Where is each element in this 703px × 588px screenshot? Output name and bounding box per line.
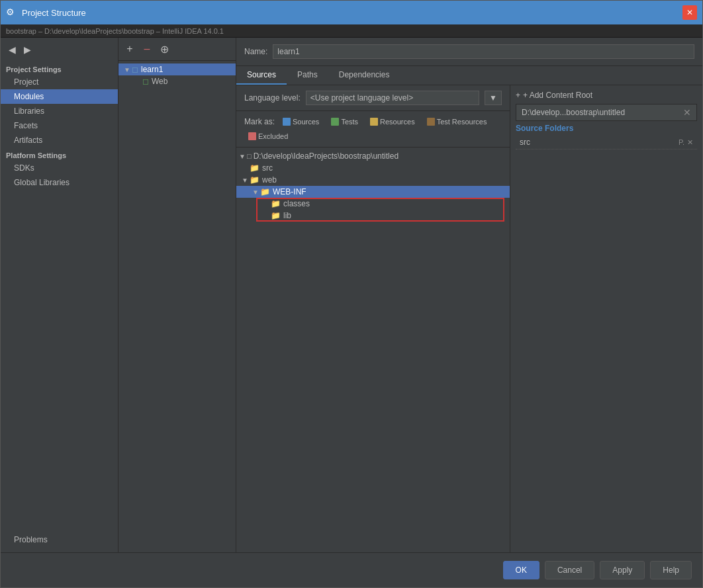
apply-label: Apply: [612, 566, 632, 575]
breadcrumb-text: bootstrap – D:\develop\IdeaProjects\boot…: [6, 27, 224, 35]
sidebar-item-artifacts[interactable]: Artifacts: [1, 133, 118, 147]
nav-back-button[interactable]: ◀: [6, 43, 19, 56]
help-button[interactable]: Help: [650, 561, 692, 579]
tree-label-classes: classes: [283, 199, 310, 208]
source-folder-remove-button[interactable]: ✕: [687, 138, 693, 147]
tab-sources-label: Sources: [247, 70, 276, 79]
language-level-dropdown-button[interactable]: ▼: [485, 91, 502, 105]
add-content-root-link[interactable]: + + Add Content Root: [516, 91, 697, 100]
sidebar-item-project-label: Project: [14, 77, 38, 87]
sidebar-item-project[interactable]: Project: [1, 75, 118, 89]
mark-as-label: Mark as:: [244, 117, 275, 126]
mark-as-tests-label: Tests: [341, 118, 358, 126]
tab-dependencies[interactable]: Dependencies: [328, 66, 400, 85]
sidebar: ◀ ▶ Project Settings Project Modules Lib…: [1, 38, 118, 552]
content-root-path: D:\develop...boostrap\untitled: [522, 108, 625, 117]
close-icon: ✕: [686, 8, 693, 17]
source-folder-item-src: src P. ✕: [516, 136, 697, 149]
app-icon: ⚙: [6, 7, 18, 19]
lib-folder-icon: 📁: [271, 211, 281, 220]
web-icon: ◻: [142, 77, 149, 86]
copy-icon: ⊕: [160, 43, 169, 56]
classes-folder-icon: 📁: [271, 199, 281, 208]
copy-module-button[interactable]: ⊕: [157, 42, 171, 56]
sources-left: Language level: ▼ Mark as: Sources: [236, 85, 510, 552]
mark-as-test-resources-label: Test Resources: [437, 118, 487, 126]
title-bar-left: ⚙ Project Structure: [6, 7, 86, 19]
sidebar-item-modules-label: Modules: [14, 92, 44, 101]
tree-item-web[interactable]: ▶ ◻ Web: [118, 75, 236, 87]
tab-sources[interactable]: Sources: [236, 66, 287, 85]
sidebar-item-problems[interactable]: Problems: [1, 532, 118, 547]
mark-as-tests-button[interactable]: Tests: [327, 116, 362, 127]
sidebar-item-facets-label: Facets: [14, 121, 38, 130]
cancel-button[interactable]: Cancel: [545, 561, 594, 579]
tree-item-classes[interactable]: ▶ 📁 classes: [236, 198, 510, 210]
main-content: ◀ ▶ Project Settings Project Modules Lib…: [1, 38, 702, 552]
test-resources-color-box: [427, 118, 435, 126]
tree-arrow-root: ▼: [239, 153, 247, 160]
resources-color-box: [370, 118, 378, 126]
web-folder-icon: 📁: [250, 175, 259, 185]
sidebar-item-facets[interactable]: Facets: [1, 118, 118, 133]
source-folders-panel: + + Add Content Root D:\develop...boostr…: [510, 85, 702, 552]
apply-button[interactable]: Apply: [600, 561, 645, 579]
cancel-label: Cancel: [557, 566, 582, 575]
close-button[interactable]: ✕: [682, 5, 697, 20]
sidebar-item-modules[interactable]: Modules: [1, 89, 118, 104]
tree-item-webinf[interactable]: ▼ 📁 WEB-INF: [236, 186, 510, 198]
tree-label-root: D:\develop\IdeaProjects\boostrap\untitle…: [254, 151, 398, 161]
tree-item-web-sources[interactable]: ▼ 📁 web: [236, 174, 510, 186]
language-level-row: Language level: ▼: [236, 85, 510, 111]
src-folder-icon: 📁: [250, 163, 259, 173]
tree-label-webinf: WEB-INF: [273, 187, 306, 196]
tree-arrow-webinf: ▼: [252, 189, 260, 196]
mark-as-test-resources-button[interactable]: Test Resources: [423, 116, 491, 127]
content-root-close-button[interactable]: ✕: [683, 107, 691, 118]
language-level-input[interactable]: [306, 91, 479, 105]
tree-item-learn1[interactable]: ▼ ◻ learn1: [118, 63, 236, 75]
sidebar-item-libraries-label: Libraries: [14, 106, 44, 116]
breadcrumb-bar: bootstrap – D:\develop\IdeaProjects\boot…: [1, 24, 702, 38]
module-tree: ▼ ◻ learn1 ▶ ◻ Web: [118, 61, 236, 552]
ok-button[interactable]: OK: [503, 561, 539, 579]
mark-as-excluded-button[interactable]: Excluded: [244, 131, 292, 142]
tree-item-src[interactable]: ▶ 📁 src: [236, 162, 510, 174]
module-name-row: Name:: [236, 38, 702, 66]
add-content-root-plus: +: [516, 91, 520, 100]
mark-as-resources-button[interactable]: Resources: [366, 116, 419, 127]
sidebar-nav-buttons: ◀ ▶: [1, 43, 118, 62]
tests-color-box: [331, 118, 339, 126]
source-folder-edit-button[interactable]: P.: [679, 138, 684, 147]
ok-label: OK: [516, 566, 527, 575]
name-label: Name:: [244, 47, 267, 56]
sidebar-item-libraries[interactable]: Libraries: [1, 104, 118, 118]
content-root-header: D:\develop...boostrap\untitled ✕: [516, 104, 697, 121]
root-folder-indicator: □: [247, 152, 252, 160]
project-settings-section: Project Settings: [1, 62, 118, 75]
tree-label-web-sources: web: [262, 175, 277, 185]
add-module-button[interactable]: +: [122, 42, 137, 56]
tab-paths-label: Paths: [297, 70, 318, 79]
mark-as-excluded-label: Excluded: [258, 132, 288, 140]
sidebar-item-global-libraries-label: Global Libraries: [14, 178, 70, 187]
mark-as-sources-button[interactable]: Sources: [279, 116, 323, 127]
remove-module-button[interactable]: –: [140, 42, 154, 56]
sidebar-item-sdks-label: SDKs: [14, 163, 34, 173]
sidebar-item-sdks[interactable]: SDKs: [1, 161, 118, 175]
sidebar-item-global-libraries[interactable]: Global Libraries: [1, 175, 118, 190]
tab-paths[interactable]: Paths: [287, 66, 328, 85]
mark-as-resources-label: Resources: [380, 118, 415, 126]
sources-content: Language level: ▼ Mark as: Sources: [236, 85, 702, 552]
language-level-label: Language level:: [244, 93, 301, 103]
name-input[interactable]: [273, 44, 694, 59]
module-tree-toolbar: + – ⊕: [118, 38, 236, 61]
highlighted-items-container: ▶ 📁 classes ▶ 📁 lib: [236, 198, 510, 222]
tab-dependencies-label: Dependencies: [339, 70, 390, 79]
source-folder-controls: P. ✕: [679, 138, 693, 147]
nav-forward-button[interactable]: ▶: [21, 43, 34, 56]
tree-item-lib[interactable]: ▶ 📁 lib: [236, 210, 510, 222]
tree-label-learn1: learn1: [141, 65, 163, 74]
tree-item-root[interactable]: ▼ □ D:\develop\IdeaProjects\boostrap\unt…: [236, 150, 510, 162]
minus-icon: –: [144, 43, 150, 55]
